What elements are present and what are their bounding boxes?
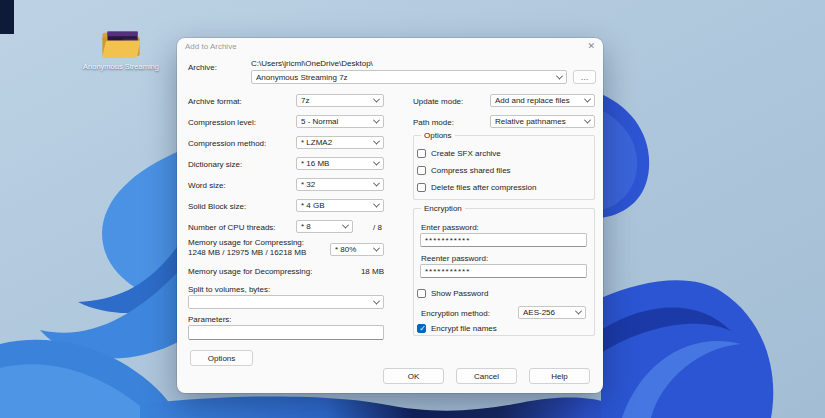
chevron-down-icon bbox=[373, 180, 380, 187]
parameters-label: Parameters: bbox=[188, 315, 232, 324]
compression-level-label: Compression level: bbox=[188, 118, 256, 127]
desktop-icon-label: Anonymous Streaming bbox=[83, 62, 159, 71]
update-mode-combobox[interactable]: Add and replace files bbox=[490, 94, 595, 107]
encryption-group-title: Encryption bbox=[421, 204, 465, 213]
update-mode-value: Add and replace files bbox=[495, 96, 570, 105]
ok-button[interactable]: OK bbox=[383, 368, 444, 384]
archive-name-combobox[interactable]: Anonymous Streaming 7z bbox=[251, 70, 567, 84]
solid-block-size-label: Solid Block size: bbox=[188, 202, 246, 211]
chevron-down-icon bbox=[584, 117, 591, 124]
compression-method-combobox[interactable]: * LZMA2 bbox=[296, 136, 384, 149]
create-sfx-label: Create SFX archive bbox=[431, 149, 501, 158]
archive-format-label: Archive format: bbox=[188, 97, 242, 106]
compression-method-label: Compression method: bbox=[188, 139, 266, 148]
compression-level-combobox[interactable]: 5 - Normal bbox=[296, 115, 384, 128]
dictionary-size-combobox[interactable]: * 16 MB bbox=[296, 157, 384, 170]
cpu-threads-combobox[interactable]: * 8 bbox=[296, 220, 353, 233]
checkbox-icon bbox=[417, 166, 426, 175]
delete-after-checkbox-row[interactable]: Delete files after compression bbox=[417, 182, 536, 192]
add-to-archive-dialog: Add to Archive ✕ Archive: C:\Users\jricm… bbox=[177, 38, 603, 393]
memory-compressing-label: Memory usage for Compressing: bbox=[188, 238, 304, 247]
archive-format-combobox[interactable]: 7z bbox=[296, 94, 384, 107]
reenter-password-field[interactable]: *********** bbox=[420, 264, 587, 278]
desktop-icon-anonymous-streaming[interactable]: Anonymous Streaming bbox=[83, 28, 159, 71]
archive-path-text: C:\Users\jricml\OneDrive\Desktop\ bbox=[251, 59, 373, 68]
path-mode-value: Relative pathnames bbox=[495, 117, 566, 126]
word-size-combobox[interactable]: * 32 bbox=[296, 178, 384, 191]
compression-method-value: * LZMA2 bbox=[301, 138, 332, 147]
help-button[interactable]: Help bbox=[529, 368, 590, 384]
checkbox-icon bbox=[417, 324, 426, 333]
chevron-down-icon bbox=[373, 297, 380, 304]
memory-decompressing-label: Memory usage for Decompressing: bbox=[188, 267, 313, 276]
encrypt-file-names-label: Encrypt file names bbox=[431, 324, 497, 333]
archive-name-value: Anonymous Streaming 7z bbox=[256, 73, 348, 82]
chevron-down-icon bbox=[342, 222, 349, 229]
enter-password-field[interactable]: *********** bbox=[420, 233, 587, 247]
desktop: Anonymous Streaming Add to Archive ✕ Arc… bbox=[0, 0, 825, 418]
folder-icon bbox=[100, 28, 142, 59]
dictionary-size-value: * 16 MB bbox=[301, 159, 329, 168]
memory-decompressing-value: 18 MB bbox=[327, 267, 384, 276]
compress-shared-checkbox-row[interactable]: Compress shared files bbox=[417, 165, 511, 175]
options-group-title: Options bbox=[421, 131, 455, 140]
encryption-method-label: Encryption method: bbox=[421, 309, 490, 318]
dictionary-size-label: Dictionary size: bbox=[188, 160, 242, 169]
options-button[interactable]: Options bbox=[190, 350, 253, 366]
solid-block-size-value: * 4 GB bbox=[301, 201, 325, 210]
chevron-down-icon bbox=[575, 308, 582, 315]
browse-button[interactable]: … bbox=[573, 70, 596, 84]
memory-compressing-combobox[interactable]: * 80% bbox=[330, 243, 384, 256]
encrypt-file-names-checkbox-row[interactable]: Encrypt file names bbox=[417, 323, 497, 333]
cpu-threads-max: / 8 bbox=[373, 223, 382, 232]
encryption-method-combobox[interactable]: AES-256 bbox=[518, 306, 586, 319]
chevron-down-icon bbox=[373, 245, 380, 252]
checkbox-icon bbox=[417, 183, 426, 192]
chevron-down-icon bbox=[373, 117, 380, 124]
wallpaper-dark-corner bbox=[0, 0, 14, 34]
memory-compressing-value: * 80% bbox=[335, 245, 356, 254]
split-volumes-combobox[interactable] bbox=[188, 295, 384, 309]
close-icon[interactable]: ✕ bbox=[587, 41, 595, 51]
chevron-down-icon bbox=[556, 72, 563, 79]
word-size-value: * 32 bbox=[301, 180, 315, 189]
reenter-password-label: Reenter password: bbox=[421, 254, 488, 263]
show-password-checkbox-row[interactable]: Show Password bbox=[417, 288, 488, 298]
memory-compressing-detail: 1248 MB / 12975 MB / 16218 MB bbox=[188, 248, 306, 257]
show-password-label: Show Password bbox=[431, 289, 488, 298]
delete-after-label: Delete files after compression bbox=[431, 183, 536, 192]
chevron-down-icon bbox=[373, 159, 380, 166]
cancel-button[interactable]: Cancel bbox=[456, 368, 517, 384]
word-size-label: Word size: bbox=[188, 181, 226, 190]
path-mode-combobox[interactable]: Relative pathnames bbox=[490, 115, 595, 128]
chevron-down-icon bbox=[373, 96, 380, 103]
chevron-down-icon bbox=[584, 96, 591, 103]
enter-password-label: Enter password: bbox=[421, 223, 479, 232]
archive-label: Archive: bbox=[188, 63, 217, 72]
checkbox-icon bbox=[417, 289, 426, 298]
split-volumes-label: Split to volumes, bytes: bbox=[188, 285, 270, 294]
compress-shared-label: Compress shared files bbox=[431, 166, 511, 175]
chevron-down-icon bbox=[373, 201, 380, 208]
chevron-down-icon bbox=[373, 138, 380, 145]
archive-format-value: 7z bbox=[301, 96, 309, 105]
create-sfx-checkbox-row[interactable]: Create SFX archive bbox=[417, 148, 501, 158]
compression-level-value: 5 - Normal bbox=[301, 117, 338, 126]
path-mode-label: Path mode: bbox=[413, 118, 454, 127]
parameters-field[interactable] bbox=[188, 325, 384, 340]
cpu-threads-value: * 8 bbox=[301, 222, 311, 231]
checkbox-icon bbox=[417, 149, 426, 158]
dialog-title: Add to Archive bbox=[185, 42, 237, 51]
encryption-method-value: AES-256 bbox=[523, 308, 555, 317]
cpu-threads-label: Number of CPU threads: bbox=[188, 223, 276, 232]
update-mode-label: Update mode: bbox=[413, 97, 463, 106]
solid-block-size-combobox[interactable]: * 4 GB bbox=[296, 199, 384, 212]
